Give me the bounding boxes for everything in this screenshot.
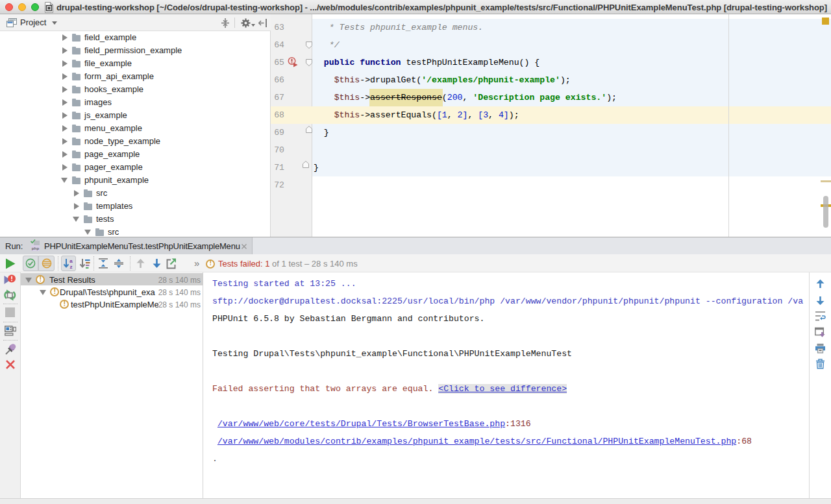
svg-text:php: php: [32, 246, 40, 250]
svg-text:a: a: [69, 258, 73, 264]
svg-text:z: z: [70, 264, 73, 269]
